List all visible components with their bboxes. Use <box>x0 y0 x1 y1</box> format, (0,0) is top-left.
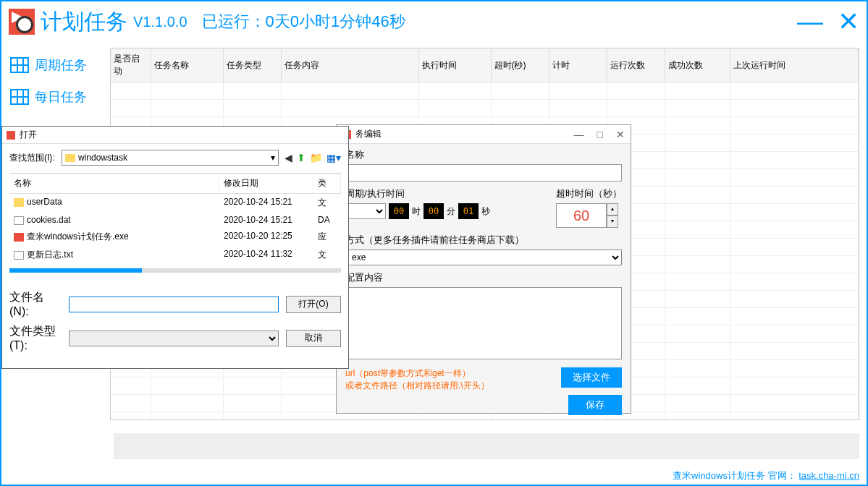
file-list[interactable]: 名称 修改日期 类 userData2020-10-24 15:21文cooki… <box>9 173 341 264</box>
minute-input[interactable]: 00 <box>424 203 444 219</box>
file-row[interactable]: userData2020-10-24 15:21文 <box>9 194 341 212</box>
name-label: 名称 <box>345 148 622 161</box>
app-header: 计划任务 V1.1.0.0 已运行：0天0小时1分钟46秒 — ✕ <box>1 1 867 42</box>
sidebar-item-label: 周期任务 <box>35 56 87 74</box>
col-type[interactable]: 类 <box>313 174 341 193</box>
new-folder-icon[interactable]: 📁 <box>310 152 322 163</box>
config-textarea[interactable] <box>345 287 622 359</box>
dialog-title: 务编辑 <box>355 128 382 140</box>
period-select[interactable] <box>345 203 386 219</box>
app-icon <box>9 9 35 35</box>
table-header-row: 是否启动 任务名称 任务类型 任务内容 执行时间 超时(秒) 计时 运行次数 成… <box>111 48 859 82</box>
edit-dialog: 务编辑 — □ ✕ 名称 周期/执行时间 00 时 00 分 01 秒 <box>336 124 631 414</box>
open-titlebar[interactable]: 打开 <box>2 127 348 144</box>
file-row[interactable]: cookies.dat2020-10-24 15:21DA <box>9 212 341 228</box>
dialog-minimize-button[interactable]: — <box>574 129 584 140</box>
footer-link[interactable]: task.cha-mi.cn <box>799 470 859 481</box>
dialog-close-button[interactable]: ✕ <box>616 129 625 140</box>
col-date[interactable]: 修改日期 <box>219 174 313 193</box>
back-icon[interactable]: ◀ <box>285 152 292 163</box>
minute-unit: 分 <box>447 205 455 218</box>
period-label: 周期/执行时间 <box>345 187 534 200</box>
cancel-button[interactable]: 取消 <box>286 330 341 347</box>
open-dialog-title: 打开 <box>20 129 37 141</box>
col-name[interactable]: 名称 <box>9 174 219 193</box>
dialog-titlebar[interactable]: 务编辑 — □ ✕ <box>337 125 631 144</box>
minimize-button[interactable]: — <box>797 9 823 35</box>
filename-label: 文件名(N): <box>9 290 62 318</box>
range-label: 查找范围(I): <box>9 152 56 164</box>
timeout-down-button[interactable]: ▾ <box>607 216 618 228</box>
filetype-select[interactable] <box>69 331 279 346</box>
sidebar-item-daily[interactable]: 每日任务 <box>7 81 104 113</box>
second-unit: 秒 <box>481 205 490 218</box>
footer: 查米windows计划任务 官网： task.cha-mi.cn <box>673 469 859 482</box>
timeout-input[interactable]: 60 <box>556 203 607 228</box>
filetype-label: 文件类型(T): <box>9 324 62 352</box>
hint-line-1: url（post带参数方式和get一样） <box>345 367 554 380</box>
table-row[interactable] <box>111 100 859 117</box>
folder-combo[interactable]: windowstask ▾ <box>62 150 279 166</box>
file-row[interactable]: 更新日志.txt2020-10-24 11:32文 <box>9 246 341 264</box>
file-icon <box>14 251 24 260</box>
method-select[interactable]: exe <box>345 250 622 265</box>
th-timeout[interactable]: 超时(秒) <box>491 48 549 82</box>
save-button[interactable]: 保存 <box>568 395 622 415</box>
folder-icon <box>14 198 24 207</box>
hour-input[interactable]: 00 <box>389 203 409 219</box>
open-dialog: 打开 查找范围(I): windowstask ▾ ◀ ⬆ 📁 ▦▾ 名称 修改… <box>1 126 349 369</box>
file-icon <box>14 216 24 225</box>
footer-text: 查米windows计划任务 官网： <box>673 470 796 481</box>
scrollbar[interactable] <box>9 268 341 273</box>
hint-line-2: 或者文件路径（相对路径请用.\开头） <box>345 380 554 392</box>
sidebar-item-periodic[interactable]: 周期任务 <box>7 49 104 81</box>
close-button[interactable]: ✕ <box>838 9 859 35</box>
dialog-maximize-button[interactable]: □ <box>597 129 603 140</box>
method-label: 方式（更多任务插件请前往任务商店下载） <box>345 234 622 247</box>
th-runs[interactable]: 运行次数 <box>607 48 665 82</box>
up-icon[interactable]: ⬆ <box>297 152 306 163</box>
th-enabled[interactable]: 是否启动 <box>111 48 151 82</box>
timeout-label: 超时时间（秒） <box>556 187 622 200</box>
timeout-up-button[interactable]: ▴ <box>607 203 618 216</box>
table-row[interactable] <box>111 82 859 100</box>
hour-unit: 时 <box>412 205 421 218</box>
folder-name: windowstask <box>78 153 127 163</box>
app-version: V1.1.0.0 <box>133 14 187 30</box>
th-timer[interactable]: 计时 <box>549 48 607 82</box>
grid-icon <box>10 89 29 105</box>
app-title: 计划任务 <box>41 7 127 37</box>
file-row[interactable]: 查米windows计划任务.exe2020-10-20 12:25应 <box>9 228 341 246</box>
grid-icon <box>10 57 29 73</box>
view-icon[interactable]: ▦▾ <box>326 152 341 163</box>
th-lastrun[interactable]: 上次运行时间 <box>730 48 859 82</box>
status-bar <box>114 433 859 459</box>
folder-icon <box>65 154 75 162</box>
name-input[interactable] <box>345 164 622 182</box>
config-label: 配置内容 <box>345 271 622 284</box>
open-button[interactable]: 打开(O) <box>286 296 341 313</box>
th-content[interactable]: 任务内容 <box>281 48 418 82</box>
th-name[interactable]: 任务名称 <box>151 48 223 82</box>
th-success[interactable]: 成功次数 <box>665 48 730 82</box>
th-type[interactable]: 任务类型 <box>223 48 281 82</box>
dialog-icon <box>7 131 15 140</box>
scroll-thumb[interactable] <box>9 268 142 273</box>
runtime-label: 已运行：0天0小时1分钟46秒 <box>202 11 405 33</box>
second-input[interactable]: 01 <box>458 203 479 219</box>
sidebar-item-label: 每日任务 <box>35 88 87 106</box>
filename-input[interactable] <box>69 297 279 312</box>
th-exectime[interactable]: 执行时间 <box>418 48 491 82</box>
select-file-button[interactable]: 选择文件 <box>561 367 622 388</box>
exe-icon <box>14 233 24 242</box>
